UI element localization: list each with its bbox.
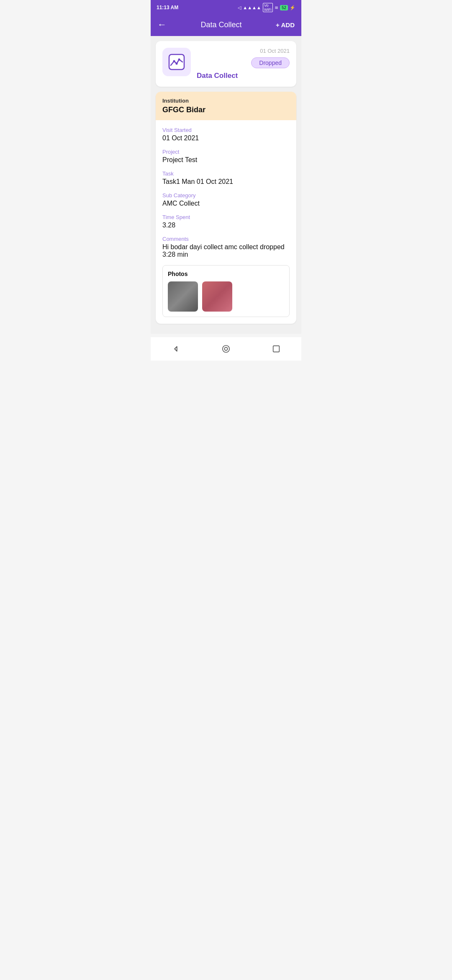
toolbar-title: Data Collect [201, 21, 242, 29]
time-spent-value: 3.28 [162, 222, 290, 229]
status-time: 11:13 AM [157, 5, 178, 10]
institution-name: GFGC Bidar [162, 106, 290, 114]
signal-icon: ▲▲▲▲ [243, 5, 261, 10]
status-badge: Dropped [251, 57, 290, 68]
svg-point-4 [178, 59, 180, 61]
photos-grid [168, 281, 284, 312]
svg-point-6 [223, 346, 230, 353]
app-title: Data Collect [197, 72, 290, 80]
institution-header: Institution GFGC Bidar [156, 92, 296, 120]
project-label: Project [162, 149, 290, 155]
toolbar: ← Data Collect + ADD [151, 15, 301, 36]
location-icon: ◁ [238, 5, 241, 10]
project-field: Project Project Test [162, 149, 290, 164]
svg-marker-5 [175, 347, 177, 351]
app-status-container: Dropped [197, 57, 290, 68]
app-card: 01 Oct 2021 Dropped Data Collect [156, 41, 296, 87]
app-icon [162, 48, 191, 76]
subcategory-value: AMC Collect [162, 200, 290, 207]
comments-label: Comments [162, 236, 290, 242]
svg-point-3 [176, 63, 178, 65]
comments-field: Comments Hi bodar dayi collect amc colle… [162, 236, 290, 258]
status-bar-right: ◁ ▲▲▲▲ VoWiFi ≋ 52 ⚡ [238, 3, 295, 12]
project-value: Project Test [162, 156, 290, 164]
task-value: Task1 Man 01 Oct 2021 [162, 178, 290, 186]
visit-started-value: 01 Oct 2021 [162, 134, 290, 142]
photos-section: Photos [162, 265, 290, 317]
visit-started-label: Visit Started [162, 127, 290, 133]
back-nav-button[interactable] [169, 342, 182, 356]
task-label: Task [162, 170, 290, 177]
photo-1[interactable] [168, 281, 198, 312]
svg-point-2 [173, 60, 175, 62]
photo-2[interactable] [202, 281, 232, 312]
wifi-icon: ≋ [275, 5, 278, 10]
add-button[interactable]: + ADD [276, 21, 295, 28]
home-nav-button[interactable] [219, 342, 233, 356]
subcategory-label: Sub Category [162, 192, 290, 199]
detail-card: Institution GFGC Bidar Visit Started 01 … [156, 92, 296, 324]
photos-label: Photos [168, 271, 284, 277]
battery-level: 52 [280, 5, 288, 10]
app-card-info: 01 Oct 2021 Dropped Data Collect [197, 48, 290, 80]
time-spent-field: Time Spent 3.28 [162, 214, 290, 229]
task-field: Task Task1 Man 01 Oct 2021 [162, 170, 290, 186]
status-bar: 11:13 AM ◁ ▲▲▲▲ VoWiFi ≋ 52 ⚡ [151, 0, 301, 15]
visit-started-field: Visit Started 01 Oct 2021 [162, 127, 290, 142]
main-content: 01 Oct 2021 Dropped Data Collect Institu… [151, 36, 301, 334]
detail-body: Visit Started 01 Oct 2021 Project Projec… [156, 120, 296, 324]
institution-label: Institution [162, 98, 290, 104]
time-spent-label: Time Spent [162, 214, 290, 220]
bottom-nav [151, 337, 301, 361]
vo-wifi-label: VoWiFi [263, 3, 273, 12]
svg-point-7 [224, 347, 227, 350]
subcategory-field: Sub Category AMC Collect [162, 192, 290, 207]
charging-icon: ⚡ [290, 5, 295, 10]
app-date: 01 Oct 2021 [197, 48, 290, 54]
svg-rect-8 [273, 346, 280, 352]
back-button[interactable]: ← [157, 19, 167, 30]
square-nav-button[interactable] [270, 342, 283, 356]
comments-value: Hi bodar dayi collect amc collect droppe… [162, 243, 290, 258]
